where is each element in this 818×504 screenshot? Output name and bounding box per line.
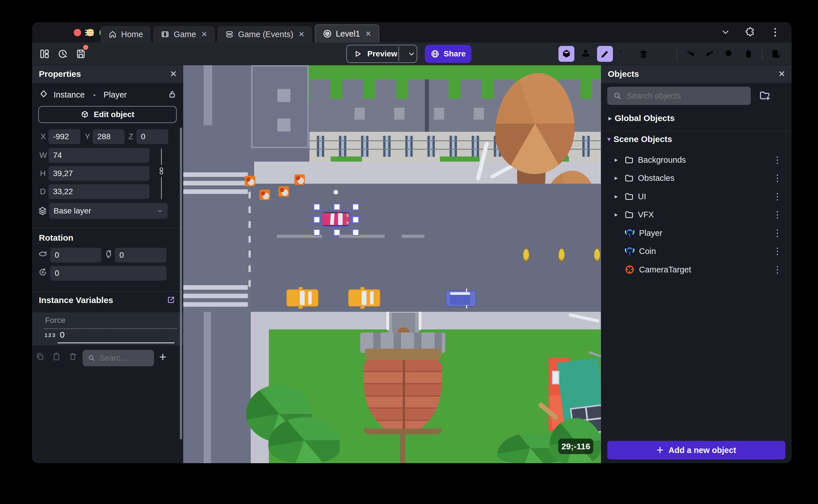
extensions-puzzle-icon[interactable] — [745, 27, 755, 37]
building-tower[interactable] — [251, 65, 308, 148]
tree-row-backgrounds[interactable]: ▸ Backgrounds ⋮ — [601, 151, 792, 169]
width-input[interactable] — [48, 148, 149, 163]
global-objects-section[interactable]: ▸ Global Objects — [606, 113, 675, 123]
kebab-menu-icon[interactable]: ⋮ — [773, 209, 782, 220]
blue-car-sprite[interactable] — [446, 290, 476, 307]
copy-icon[interactable] — [35, 352, 45, 361]
tab-close-icon[interactable]: ✕ — [365, 29, 371, 38]
undo-icon[interactable] — [683, 46, 699, 62]
tab-game[interactable]: Game ✕ — [153, 26, 215, 43]
paste-icon[interactable] — [52, 352, 61, 361]
save-icon[interactable] — [73, 46, 88, 61]
coin-sprite[interactable] — [558, 248, 565, 261]
resize-handle[interactable] — [313, 229, 320, 236]
tree-row-vfx[interactable]: ▸ VFX ⋮ — [601, 206, 792, 224]
kebab-menu-icon[interactable]: ⋮ — [773, 154, 782, 165]
tab-home[interactable]: Home — [101, 26, 150, 43]
trash-icon[interactable] — [68, 352, 77, 361]
layers-icon[interactable] — [636, 46, 652, 62]
panels-layout-icon[interactable] — [37, 46, 52, 61]
share-button[interactable]: Share — [425, 45, 472, 63]
edit-pencil-icon[interactable] — [597, 46, 613, 62]
variable-name[interactable]: Force — [45, 316, 65, 325]
tree-row-player[interactable]: Player ⋮ — [601, 224, 792, 242]
expand-icon[interactable]: ▸ — [615, 156, 624, 164]
menu-icon[interactable] — [83, 27, 96, 38]
variable-value[interactable]: 0 — [60, 330, 65, 340]
add-new-object-button[interactable]: + Add a new object — [607, 441, 785, 459]
preview-button[interactable]: Preview — [346, 45, 417, 63]
external-link-icon[interactable] — [166, 295, 175, 304]
scene-viewport[interactable]: 29;-116 — [183, 65, 601, 463]
y-input[interactable] — [93, 129, 124, 144]
redo-icon[interactable] — [702, 46, 718, 62]
tab-close-icon[interactable]: ✕ — [298, 30, 304, 39]
yellow-car-sprite[interactable] — [286, 289, 318, 307]
chevron-down-icon[interactable] — [721, 27, 730, 37]
crate-sprite[interactable] — [245, 176, 255, 186]
expand-icon[interactable]: ▸ — [615, 174, 624, 182]
kebab-menu-icon[interactable]: ⋮ — [773, 191, 782, 202]
resize-handle[interactable] — [313, 204, 320, 210]
resize-handle[interactable] — [313, 216, 320, 223]
kebab-menu-icon[interactable]: ⋮ — [773, 246, 782, 257]
coin-sprite[interactable] — [523, 248, 530, 261]
resize-handle[interactable] — [352, 229, 359, 236]
rotation-z-input[interactable] — [50, 266, 166, 281]
link-dimensions-icon[interactable] — [157, 167, 166, 175]
tree-row-coin[interactable]: Coin ⋮ — [601, 242, 792, 260]
layer-select[interactable]: Base layer — [49, 203, 168, 219]
add-folder-icon[interactable] — [759, 90, 771, 101]
variables-search[interactable] — [83, 350, 154, 366]
tab-close-icon[interactable]: ✕ — [201, 30, 207, 39]
edit-object-button[interactable]: Edit object — [38, 106, 177, 123]
tab-level1[interactable]: Level1 ✕ — [315, 24, 379, 43]
kebab-menu-icon[interactable]: ⋮ — [773, 173, 782, 183]
resize-handle[interactable] — [333, 204, 340, 210]
objects-cubes-icon[interactable] — [578, 46, 594, 62]
kebab-menu-icon[interactable]: ⋮ — [773, 264, 782, 275]
yellow-car-sprite[interactable] — [348, 289, 380, 307]
z-input[interactable] — [136, 129, 168, 144]
rotation-handle-dot[interactable] — [333, 190, 338, 194]
expand-icon[interactable]: ▸ — [615, 193, 624, 200]
crate-sprite[interactable] — [294, 174, 305, 185]
player-car-sprite[interactable] — [322, 212, 349, 226]
tree-row-obstacles[interactable]: ▸ Obstacles ⋮ — [601, 169, 792, 187]
depth-input[interactable] — [48, 184, 149, 199]
close-icon[interactable]: ✕ — [170, 69, 177, 79]
grid-icon[interactable] — [655, 46, 671, 62]
coin-sprite[interactable] — [594, 248, 601, 261]
rotation-x-input[interactable] — [50, 248, 101, 262]
height-input[interactable] — [48, 166, 149, 181]
preview-dropdown-icon[interactable] — [407, 50, 416, 58]
view-3d-icon[interactable] — [559, 46, 574, 62]
kebab-menu-icon[interactable]: ⋮ — [773, 228, 782, 238]
objects-search-input[interactable] — [627, 91, 734, 101]
tree-row-ui[interactable]: ▸ UI ⋮ — [601, 187, 792, 206]
traffic-close-button[interactable] — [74, 29, 81, 36]
add-variable-button[interactable]: + — [159, 350, 166, 364]
zoom-in-icon[interactable] — [721, 46, 737, 62]
history-icon[interactable] — [55, 46, 70, 61]
objects-search[interactable] — [607, 87, 751, 105]
rotation-y-input[interactable] — [115, 248, 166, 262]
scene-objects-section[interactable]: ▾ Scene Objects — [605, 134, 672, 144]
kebab-menu-icon[interactable]: ⋮ — [770, 26, 780, 38]
x-input[interactable] — [48, 129, 80, 144]
resize-handle[interactable] — [333, 229, 340, 236]
unlock-icon[interactable] — [168, 90, 177, 99]
expand-icon[interactable]: ▸ — [615, 211, 624, 218]
crate-sprite[interactable] — [259, 190, 270, 200]
trash-icon[interactable] — [741, 46, 756, 62]
open-events-editor-icon[interactable] — [768, 46, 784, 62]
resize-handle[interactable] — [352, 216, 359, 223]
resize-handle[interactable] — [352, 204, 359, 210]
tab-game-events[interactable]: Game (Events) ✕ — [217, 26, 312, 43]
close-icon[interactable]: ✕ — [778, 69, 785, 79]
variables-search-input[interactable] — [100, 353, 145, 363]
crate-sprite[interactable] — [278, 186, 289, 197]
tree-row-cameratarget[interactable]: CameraTarget ⋮ — [601, 261, 792, 279]
instances-list-icon[interactable] — [616, 46, 632, 62]
scrollbar-thumb[interactable] — [180, 128, 182, 439]
